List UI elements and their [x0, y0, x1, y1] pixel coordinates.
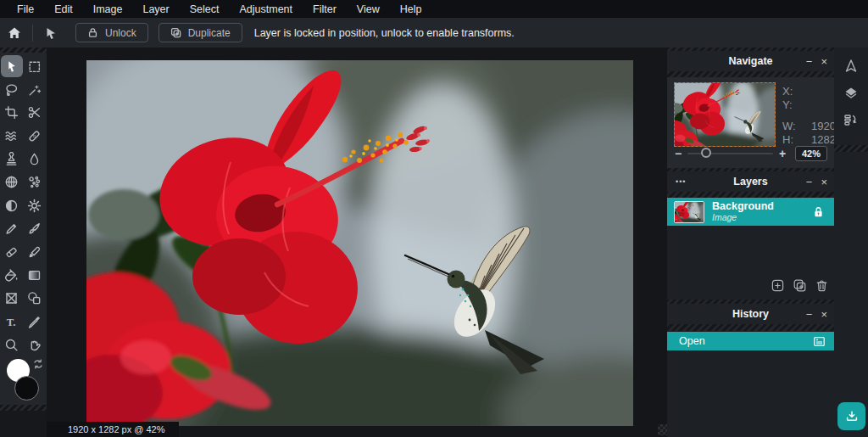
swap-colors-icon[interactable] [32, 358, 44, 373]
zoom-in-icon[interactable]: + [773, 147, 792, 160]
layer-buttons [771, 278, 829, 296]
smudge-tool-icon[interactable] [24, 241, 46, 263]
zoom-slider[interactable] [687, 153, 773, 154]
history-entry-label: Open [679, 335, 813, 347]
focus-blur-tool-icon[interactable] [24, 148, 46, 171]
panel-toggle-strip [834, 47, 868, 437]
layer-name: Background [712, 201, 813, 212]
layers-close-icon[interactable]: × [821, 176, 827, 188]
color-picker-tool-icon[interactable] [24, 311, 46, 333]
history-entry-image-icon [813, 335, 826, 348]
frame-tool-icon[interactable] [1, 288, 23, 310]
save-download-button[interactable] [837, 402, 865, 430]
color-swatches [0, 357, 47, 405]
layer-locked-message: Layer is locked in position, unlock to e… [254, 27, 515, 39]
layers-panel-body: Background Image [667, 198, 834, 300]
toolbar-divider [32, 25, 33, 42]
cutout-scissors-tool-icon[interactable] [24, 102, 46, 124]
sponge-color-tool-icon[interactable] [24, 171, 46, 193]
navigate-panel-body: X: Y: W:1920 H:1282 − + 42% [667, 77, 834, 168]
history-panel-body: Open [667, 331, 834, 437]
delete-layer-button[interactable] [815, 278, 829, 296]
navigate-thumbnail[interactable] [674, 82, 776, 147]
palette-bottom-hatch [0, 405, 47, 411]
add-layer-button[interactable] [771, 278, 785, 296]
tool-palette: T. [0, 48, 47, 437]
palette-top-hatch [0, 48, 47, 53]
menu-filter[interactable]: Filter [303, 3, 347, 15]
scrollbar-corner [658, 424, 667, 435]
x-label: X: [782, 85, 801, 98]
marquee-select-tool-icon[interactable] [24, 55, 46, 77]
menu-select[interactable]: Select [180, 3, 230, 15]
background-color-swatch[interactable] [14, 376, 39, 401]
duplicate-button[interactable]: Duplicate [159, 23, 242, 42]
navigate-panel-header: Navigate − × [667, 51, 834, 71]
context-toolbar: Unlock Duplicate Layer is locked in posi… [0, 18, 868, 48]
layers-menu-icon[interactable]: ••• [676, 171, 686, 192]
eraser-tool-icon[interactable] [1, 241, 23, 263]
navigate-info: X: Y: W:1920 H:1282 [782, 84, 836, 146]
y-label: Y: [782, 98, 801, 111]
pencil-tool-icon[interactable] [1, 218, 23, 240]
navigate-minimize-icon[interactable]: − [806, 56, 813, 67]
w-value: 1920 [811, 120, 836, 132]
photo-layer[interactable] [86, 60, 633, 426]
zoom-tool-icon[interactable] [1, 334, 23, 356]
menu-file[interactable]: File [7, 3, 44, 15]
pixlr-editor-window: File Edit Image Layer Select Adjustment … [0, 0, 868, 437]
history-entry-open[interactable]: Open [667, 332, 834, 350]
layers-minimize-icon[interactable]: − [806, 176, 813, 188]
navigate-panel-toggle-icon[interactable] [843, 58, 860, 75]
home-icon[interactable] [0, 25, 29, 41]
layer-row-background[interactable]: Background Image [667, 198, 834, 226]
disperse-tool-icon[interactable] [1, 171, 23, 193]
strip-divider-hatch [834, 145, 868, 152]
history-panel-toggle-icon[interactable] [843, 112, 860, 129]
history-close-icon[interactable]: × [821, 309, 827, 320]
crop-tool-icon[interactable] [1, 102, 23, 124]
draw-brush-tool-icon[interactable] [24, 218, 46, 240]
navigate-close-icon[interactable]: × [821, 56, 827, 67]
canvas-dimensions: 1920 x 1282 px @ 42% [68, 424, 165, 434]
layers-panel-header: ••• Layers − × [667, 171, 834, 192]
zoom-percentage-field[interactable]: 42% [795, 146, 827, 161]
svg-text:T.: T. [7, 317, 16, 328]
menu-image[interactable]: Image [83, 3, 133, 15]
menu-edit[interactable]: Edit [44, 3, 83, 15]
tool-grid: T. [0, 55, 47, 357]
arrange-tool-icon[interactable] [1, 55, 23, 77]
history-panel-header: History − × [667, 304, 834, 324]
w-label: W: [782, 120, 801, 132]
duplicate-layer-button[interactable] [793, 278, 807, 296]
panel-column: Navigate − × X: Y: W:1920 H:1282 − + [667, 47, 834, 437]
liquify-tool-icon[interactable] [1, 125, 23, 147]
menu-layer[interactable]: Layer [132, 3, 179, 15]
shape-tool-icon[interactable] [24, 288, 46, 310]
layer-type: Image [712, 212, 813, 222]
zoom-slider-knob[interactable] [701, 148, 711, 158]
gradient-tool-icon[interactable] [24, 265, 46, 287]
menu-help[interactable]: Help [390, 3, 432, 15]
fill-bucket-tool-icon[interactable] [1, 265, 23, 287]
dodge-burn-tool-icon[interactable] [1, 194, 23, 216]
text-tool-icon[interactable]: T. [1, 311, 23, 333]
magic-wand-tool-icon[interactable] [24, 78, 46, 100]
detail-gear-tool-icon[interactable] [24, 194, 46, 216]
clone-stamp-tool-icon[interactable] [1, 148, 23, 171]
menu-bar: File Edit Image Layer Select Adjustment … [0, 0, 868, 18]
zoom-out-icon[interactable]: − [669, 147, 687, 160]
heal-tool-icon[interactable] [24, 125, 46, 147]
unlock-button[interactable]: Unlock [75, 23, 148, 42]
canvas-area[interactable]: 1920 x 1282 px @ 42% [47, 48, 668, 437]
palette-end [0, 411, 47, 437]
history-minimize-icon[interactable]: − [806, 309, 813, 320]
canvas-status-bar: 1920 x 1282 px @ 42% [47, 422, 179, 437]
lasso-tool-icon[interactable] [1, 78, 23, 100]
hand-tool-icon[interactable] [24, 334, 46, 356]
menu-view[interactable]: View [347, 3, 390, 15]
layer-lock-icon[interactable] [813, 206, 824, 218]
menu-adjustment[interactable]: Adjustment [229, 3, 303, 15]
layers-panel-toggle-icon[interactable] [843, 85, 860, 102]
move-cursor-icon [36, 25, 65, 41]
